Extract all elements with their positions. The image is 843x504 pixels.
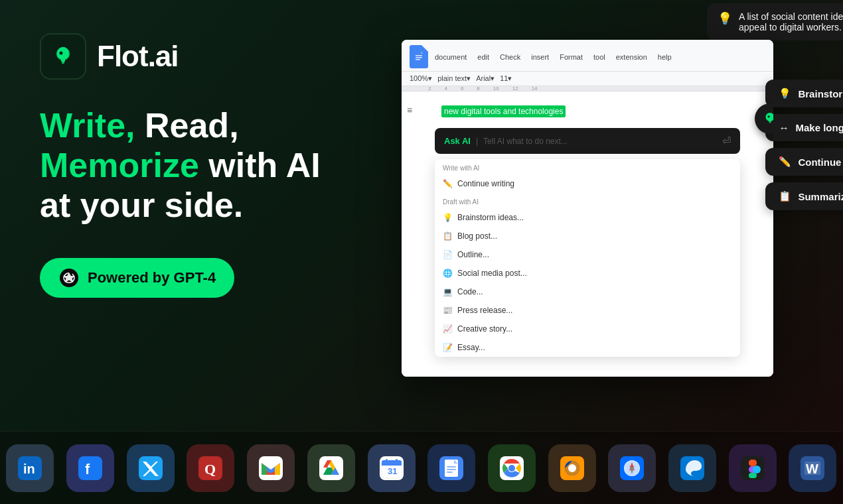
menu-insert[interactable]: insert <box>531 53 549 61</box>
at-your-side-text: at your side. <box>40 186 243 224</box>
brainstorm-ideas-item[interactable]: 💡 Brainstorm ideas... <box>435 208 740 227</box>
code-item[interactable]: 💻 Code... <box>435 283 740 301</box>
headline-line2: Memorize with AI <box>40 146 345 186</box>
firefox-icon[interactable] <box>542 432 602 505</box>
menu-format[interactable]: Format <box>560 53 583 61</box>
highlighted-text: new digital tools and technologies <box>441 105 566 117</box>
menu-extension[interactable]: extension <box>616 53 647 61</box>
calendar-svg: 31 <box>380 456 404 480</box>
continue-writing-label: Continue writing <box>457 179 514 188</box>
menu-document[interactable]: document <box>435 53 467 61</box>
menu-edit[interactable]: edit <box>477 53 489 61</box>
tooltip-text: A list of social content ideas that appe… <box>739 11 843 32</box>
headline-line3: at your side. <box>40 186 345 225</box>
chrome-icon[interactable] <box>482 432 542 505</box>
svg-rect-34 <box>386 459 388 463</box>
twitter-svg <box>139 456 163 480</box>
edge-icon[interactable] <box>662 432 723 505</box>
safari-svg <box>620 456 644 480</box>
app-icons-bar: in f <box>0 431 843 504</box>
menu-help[interactable]: help <box>658 53 672 61</box>
svg-rect-41 <box>447 472 453 473</box>
docs-content: ≡ new digital tools and technologies <box>402 92 773 377</box>
svg-text:W: W <box>806 462 818 476</box>
facebook-svg: f <box>78 456 102 480</box>
menu-check[interactable]: Check <box>500 53 520 61</box>
flot-bubble-icon[interactable] <box>755 103 773 134</box>
gdocs-app-icon[interactable] <box>422 432 482 505</box>
headline-line1: Write, Read, <box>40 106 345 146</box>
creative-icon: 📈 <box>443 324 452 334</box>
svg-text:Q: Q <box>204 461 216 477</box>
facebook-icon[interactable]: f <box>60 432 121 505</box>
continue-writing-item[interactable]: ✏️ Continue writing <box>435 174 740 193</box>
brainstorm-label: Brainstorm ideas... <box>457 213 524 222</box>
social-label: Social media post... <box>457 269 527 278</box>
svg-rect-9 <box>416 59 420 60</box>
content-area: Flot.ai Write, Read, Memorize with AI at… <box>0 0 843 431</box>
google-docs-icon <box>410 45 428 68</box>
openai-icon <box>58 267 80 288</box>
svg-rect-2 <box>61 59 65 62</box>
press-release-item[interactable]: 📰 Press release... <box>435 301 740 320</box>
write-with-ai-title: Write with AI <box>435 159 740 174</box>
continue-float-btn[interactable]: ✏️ Continue writing <box>765 148 843 176</box>
docs-toolbar: 100%▾ plain text▾ Arial▾ 11▾ <box>402 72 773 86</box>
memorize-text: Memorize <box>40 146 199 184</box>
creative-story-item[interactable]: 📈 Creative story... <box>435 320 740 338</box>
svg-rect-7 <box>416 55 422 56</box>
ask-ai-send-icon[interactable]: ⏎ <box>722 135 731 147</box>
figma-icon[interactable] <box>722 432 783 505</box>
right-panel: 💡 A list of social content ideas that ap… <box>372 33 803 418</box>
word-svg: W <box>801 456 824 480</box>
code-icon: 💻 <box>443 287 452 296</box>
gpt-badge-text: Powered by GPT-4 <box>88 269 216 286</box>
quora-icon[interactable]: Q <box>181 432 241 505</box>
drive-svg <box>319 456 343 480</box>
menu-tool[interactable]: tool <box>593 53 605 61</box>
blog-post-item[interactable]: 📋 Blog post... <box>435 227 740 245</box>
ask-ai-bar[interactable]: Ask AI | Tell AI what to do next... ⏎ <box>435 128 740 154</box>
summarize-float-btn[interactable]: 📋 Summarize <box>765 182 843 210</box>
safari-icon[interactable] <box>602 432 662 505</box>
code-label: Code... <box>457 287 483 296</box>
with-ai-text: with AI <box>208 146 321 184</box>
svg-point-11 <box>767 115 769 117</box>
firefox-svg <box>560 456 584 480</box>
essay-label: Essay... <box>457 343 485 352</box>
headline: Write, Read, Memorize with AI at your si… <box>40 106 345 225</box>
press-label: Press release... <box>457 306 512 315</box>
social-media-item[interactable]: 🌐 Social media post... <box>435 264 740 283</box>
logo-text: Flot.ai <box>97 40 179 73</box>
make-longer-float-btn[interactable]: ↔ Make longer <box>765 114 843 141</box>
svg-rect-40 <box>447 469 456 470</box>
word-icon[interactable]: W <box>783 432 843 505</box>
docs-header: document edit Check insert Format tool e… <box>402 40 773 72</box>
essay-icon: 📝 <box>443 343 452 352</box>
summarize-float-icon: 📋 <box>779 190 791 202</box>
make-longer-float-label: Make longer <box>795 122 843 133</box>
svg-text:31: 31 <box>388 466 397 476</box>
edge-svg <box>680 456 704 480</box>
svg-rect-13 <box>769 122 771 123</box>
chrome-svg <box>500 456 524 480</box>
blog-icon: 📋 <box>443 231 452 241</box>
svg-point-1 <box>60 52 63 55</box>
brainstorm-float-btn[interactable]: 💡 Brainstorm ideas <box>765 80 843 107</box>
read-text: Read, <box>145 106 239 145</box>
gmail-icon[interactable] <box>241 432 301 505</box>
google-calendar-icon[interactable]: 31 <box>361 432 422 505</box>
svg-point-45 <box>508 465 515 472</box>
svg-rect-16 <box>78 456 102 480</box>
floating-buttons: 💡 Brainstorm ideas ↔ Make longer ✏️ Cont… <box>765 80 843 210</box>
figma-svg <box>741 456 765 480</box>
twitter-icon[interactable] <box>120 432 181 505</box>
essay-item[interactable]: 📝 Essay... <box>435 338 740 357</box>
google-drive-icon[interactable] <box>301 432 362 505</box>
gdocs-app-svg <box>439 456 463 480</box>
linkedin-icon[interactable]: in <box>0 432 60 505</box>
gmail-svg <box>259 456 283 480</box>
outline-item[interactable]: 📄 Outline... <box>435 245 740 264</box>
gpt-badge[interactable]: Powered by GPT-4 <box>40 258 234 298</box>
svg-point-61 <box>753 466 761 473</box>
